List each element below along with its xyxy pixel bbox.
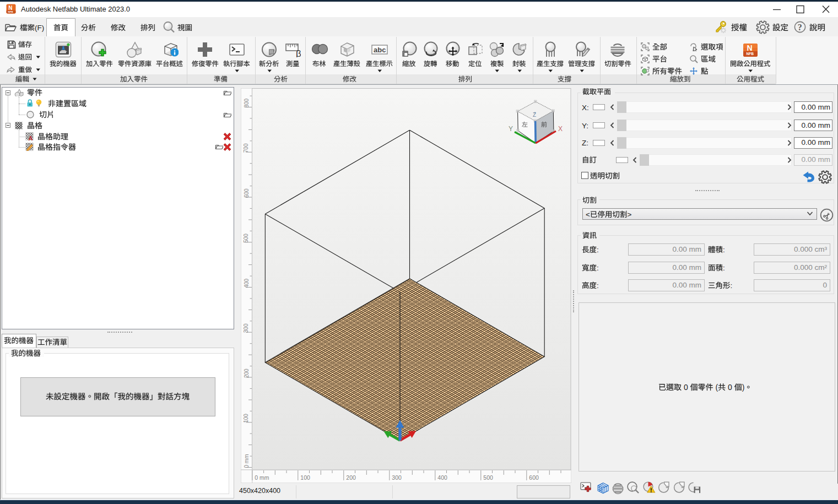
svg-text:>: >: [627, 210, 631, 219]
svg-text::: :: [723, 246, 725, 254]
svg-text:500: 500: [244, 234, 250, 243]
svg-text:0: 0: [726, 383, 734, 392]
svg-text:N: N: [8, 5, 12, 11]
svg-text:<: <: [586, 210, 590, 219]
svg-text:NFB: NFB: [746, 52, 754, 56]
svg-text:NFB: NFB: [8, 10, 13, 13]
svg-text::: :: [597, 281, 599, 290]
svg-text:?: ?: [798, 23, 802, 32]
svg-text:A: A: [29, 135, 33, 141]
svg-text:300: 300: [392, 474, 402, 481]
svg-text::: :: [597, 246, 599, 254]
svg-text:β: β: [296, 48, 301, 57]
svg-text:0 mm: 0 mm: [255, 474, 269, 481]
svg-text:100: 100: [244, 414, 250, 423]
svg-text:Y:: Y:: [582, 122, 588, 130]
svg-text:abc: abc: [374, 46, 386, 54]
svg-text:N: N: [747, 43, 752, 52]
svg-text:300: 300: [244, 323, 250, 333]
svg-text:800: 800: [244, 98, 250, 107]
svg-text:700: 700: [244, 143, 250, 153]
svg-text:600: 600: [244, 188, 250, 198]
svg-text:500: 500: [483, 474, 493, 481]
svg-text:200: 200: [244, 368, 250, 378]
svg-text:0: 0: [682, 383, 690, 392]
svg-text:Y: Y: [509, 125, 513, 133]
svg-text:400: 400: [244, 278, 250, 288]
svg-text:(F): (F): [35, 24, 44, 32]
svg-text:200: 200: [346, 474, 356, 481]
svg-text:100: 100: [300, 474, 310, 481]
svg-text:X:: X:: [582, 104, 589, 112]
svg-text:600: 600: [529, 474, 539, 481]
svg-text:(: (: [713, 383, 718, 392]
svg-text::: :: [597, 264, 599, 272]
svg-text::: :: [730, 281, 732, 290]
svg-text:Z:: Z:: [582, 139, 588, 147]
svg-text:0 mm: 0 mm: [244, 454, 250, 468]
svg-text:X: X: [558, 125, 563, 133]
svg-text:): ): [742, 383, 745, 392]
svg-text:400: 400: [437, 474, 447, 481]
svg-text::: :: [723, 264, 725, 272]
